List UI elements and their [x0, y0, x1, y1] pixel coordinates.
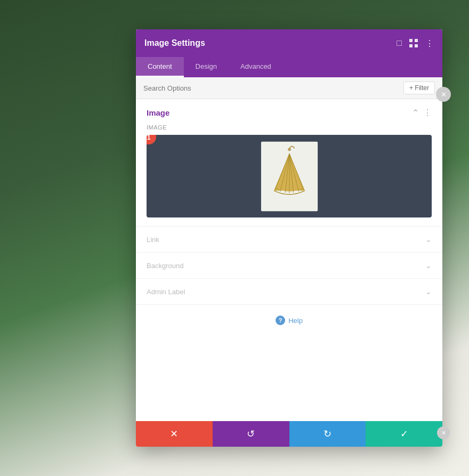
background-chevron-icon: ⌄ [425, 261, 432, 270]
section-title: Image [147, 108, 169, 117]
close-x-bottom[interactable]: ✕ [437, 426, 450, 439]
cancel-button[interactable]: ✕ [136, 421, 213, 447]
admin-label-section[interactable]: Admin Label ⌄ [136, 279, 442, 305]
background-section[interactable]: Background ⌄ [136, 253, 442, 279]
link-chevron-icon: ⌄ [425, 235, 432, 244]
earring-svg [257, 139, 321, 214]
modal-footer: ✕ ↺ ↻ ✓ [136, 421, 442, 447]
link-label: Link [147, 236, 159, 244]
svg-rect-0 [409, 39, 413, 42]
focus-icon[interactable]: □ [397, 38, 402, 48]
image-section: Image ⌃ ⋮ Image 1 [136, 99, 442, 227]
save-button[interactable]: ✓ [366, 421, 442, 447]
modal-title: Image Settings [144, 38, 205, 48]
section-header-icons: ⌃ ⋮ [412, 108, 432, 118]
modal-content: Image ⌃ ⋮ Image 1 [136, 99, 442, 421]
earring-image [257, 139, 321, 214]
undo-button[interactable]: ↺ [213, 421, 289, 447]
tab-content[interactable]: Content [136, 57, 184, 77]
tab-design[interactable]: Design [184, 57, 229, 77]
image-settings-modal: Image Settings □ ⋮ Content Design Advanc… [136, 29, 442, 447]
svg-rect-1 [415, 39, 418, 42]
image-upload-area[interactable]: 1 [147, 135, 432, 217]
filter-button[interactable]: + Filter [403, 82, 435, 94]
spacer [136, 336, 442, 421]
modal-header: Image Settings □ ⋮ [136, 29, 442, 57]
svg-rect-3 [415, 44, 418, 47]
tab-advanced[interactable]: Advanced [229, 57, 283, 77]
admin-chevron-icon: ⌄ [425, 287, 432, 296]
help-icon: ? [276, 316, 285, 325]
svg-point-5 [288, 148, 291, 151]
tabs-bar: Content Design Advanced [136, 57, 442, 77]
collapse-icon[interactable]: ⌃ [412, 108, 419, 118]
section-more-icon[interactable]: ⋮ [423, 108, 432, 118]
grid-icon[interactable] [409, 39, 418, 47]
image-field-label: Image [147, 124, 432, 131]
close-x-top[interactable]: ✕ [436, 87, 451, 102]
help-row[interactable]: ? Help [136, 305, 442, 336]
redo-button[interactable]: ↻ [289, 421, 366, 447]
svg-rect-2 [409, 44, 413, 47]
more-icon[interactable]: ⋮ [425, 38, 434, 49]
search-input[interactable] [143, 84, 250, 92]
link-section[interactable]: Link ⌄ [136, 227, 442, 253]
search-row: + Filter [136, 77, 442, 99]
badge-number: 1 [147, 135, 156, 144]
section-header: Image ⌃ ⋮ [147, 108, 432, 118]
admin-label-text: Admin Label [147, 288, 185, 296]
header-icons: □ ⋮ [397, 38, 434, 49]
background-label: Background [147, 262, 183, 270]
help-label: Help [288, 317, 303, 325]
